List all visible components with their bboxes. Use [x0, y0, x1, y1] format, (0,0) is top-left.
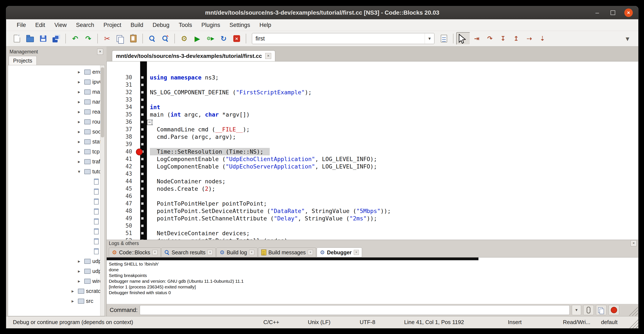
tree-item[interactable]: he [8, 206, 104, 216]
tree-item[interactable]: fir [8, 186, 104, 196]
menu-item-project[interactable]: Project [99, 19, 126, 31]
tree-item[interactable]: ▸src [8, 296, 104, 306]
log-tab-debugger[interactable]: ⚙Debugger× [317, 247, 362, 257]
code-line[interactable]: 45 nodes.Create (2); [107, 185, 638, 192]
tree-item[interactable]: fo [8, 196, 104, 206]
tree-item[interactable]: ▸rout [8, 117, 104, 127]
close-icon[interactable]: × [354, 250, 359, 255]
menu-item-plugins[interactable]: Plugins [197, 19, 225, 31]
copy-button[interactable] [114, 33, 127, 45]
menu-item-debug[interactable]: Debug [148, 19, 174, 31]
chevron-right-icon[interactable]: ▸ [78, 268, 84, 274]
chevron-right-icon[interactable]: ▸ [72, 298, 78, 304]
debugger-log[interactable]: Setting SHELL to '/bin/sh'doneSetting br… [107, 257, 638, 304]
new-file-button[interactable] [10, 33, 24, 45]
close-icon[interactable]: × [249, 250, 254, 255]
close-icon[interactable]: × [208, 250, 212, 255]
fold-marker-icon[interactable]: − [147, 120, 152, 125]
code-line[interactable]: 40 Time::SetResolution (Time::NS); [107, 148, 638, 155]
code-line[interactable]: 35main (int argc, char *argv[]) [107, 111, 638, 118]
resize-grip[interactable] [628, 318, 638, 328]
code-line[interactable]: 42 LogComponentEnable ("UdpEchoServerApp… [107, 163, 638, 170]
code-line[interactable]: 32NS_LOG_COMPONENT_DEFINE ("FirstScriptE… [107, 89, 638, 96]
chevron-right-icon[interactable]: ▸ [78, 109, 84, 114]
code-line[interactable]: 39 [107, 141, 638, 148]
code-line[interactable]: 46 [107, 192, 638, 200]
tree-item[interactable]: six [8, 236, 104, 246]
next-line-button[interactable]: ↷ [483, 33, 496, 45]
tree-item[interactable]: ▾tuto [8, 167, 104, 177]
toolbar-overflow-button[interactable]: ▾ [621, 33, 634, 45]
code-line[interactable]: 52 devices = pointToPoint.Install (nodes… [107, 237, 638, 240]
build-button[interactable]: ⚙ [178, 33, 191, 45]
code-line[interactable]: 51 NetDeviceContainer devices; [107, 229, 638, 237]
copy-log-button[interactable] [596, 305, 606, 315]
chevron-right-icon[interactable]: ▸ [78, 69, 84, 75]
paste-button[interactable] [127, 33, 140, 45]
abort-build-button[interactable]: × [230, 33, 243, 45]
menu-item-settings[interactable]: Settings [225, 19, 255, 31]
log-tab-code-blocks[interactable]: ⚙Code::Blocks× [109, 247, 161, 257]
run-button[interactable]: ▶ [191, 33, 204, 45]
title-bar[interactable]: mnt/dev/tools/source/ns-3-dev/examples/t… [6, 6, 638, 19]
code-editor[interactable]: 30using namespace ns3;3132NS_LOG_COMPONE… [106, 62, 638, 240]
find-in-files-button[interactable] [159, 33, 172, 45]
code-line[interactable]: 30using namespace ns3; [107, 74, 638, 81]
tree-item[interactable]: ▸ipv6 [8, 77, 104, 87]
step-into-button[interactable]: ↧ [496, 33, 510, 45]
redo-button[interactable]: ↷ [82, 33, 95, 45]
chevron-right-icon[interactable]: ▸ [78, 159, 84, 164]
code-line[interactable]: 48 pointToPoint.SetDeviceAttribute ("Dat… [107, 207, 638, 215]
chevron-right-icon[interactable]: ▸ [78, 99, 84, 105]
step-into-instruction-button[interactable]: ⇣ [536, 33, 549, 45]
tree-item[interactable]: ▸trafl [8, 157, 104, 167]
close-icon[interactable]: × [631, 240, 636, 246]
editor-tab[interactable]: mnt/dev/tools/source/ns-3-dev/examples/t… [112, 51, 275, 61]
code-line[interactable]: 41 LogComponentEnable ("UdpEchoClientApp… [107, 155, 638, 163]
tree-item[interactable]: ▸erro [8, 67, 104, 77]
build-target-combo[interactable]: first ▾ [252, 33, 434, 44]
chevron-down-icon[interactable]: ▾ [425, 34, 434, 44]
close-button[interactable]: × [624, 9, 633, 17]
menu-item-search[interactable]: Search [71, 19, 99, 31]
tree-item[interactable]: th [8, 246, 104, 256]
close-icon[interactable]: × [152, 250, 158, 255]
tree-item[interactable]: ▸udp- [8, 266, 104, 276]
next-instruction-button[interactable]: ⇢ [523, 33, 536, 45]
step-out-button[interactable]: ↥ [510, 33, 523, 45]
menu-item-help[interactable]: Help [255, 19, 276, 31]
compile-current-file-button[interactable] [438, 33, 450, 45]
find-button[interactable] [146, 33, 159, 45]
menu-item-view[interactable]: View [50, 19, 71, 31]
open-file-button[interactable] [24, 33, 36, 45]
panel-splitter[interactable] [105, 47, 106, 316]
tree-item[interactable]: ▸scratch [8, 286, 104, 296]
minimize-button[interactable]: – [593, 9, 602, 17]
tree-item[interactable]: ▸wire [8, 276, 104, 286]
code-line[interactable]: 38 cmd.Parse (argc, argv); [107, 133, 638, 141]
save-all-button[interactable] [50, 33, 63, 45]
chevron-right-icon[interactable]: ▸ [78, 258, 84, 264]
log-tab-build-log[interactable]: ⚙Build log× [216, 247, 257, 257]
close-icon[interactable]: × [308, 250, 313, 255]
attach-button[interactable] [583, 305, 594, 315]
menu-item-build[interactable]: Build [126, 19, 148, 31]
code-line[interactable]: 50 [107, 222, 638, 229]
code-line[interactable]: 36−{ [107, 118, 638, 126]
chevron-right-icon[interactable]: ▸ [78, 149, 84, 154]
tree-item[interactable]: ▸mat [8, 87, 104, 97]
chevron-right-icon[interactable]: ▸ [78, 278, 84, 284]
tree-item[interactable]: ▸tcp [8, 147, 104, 157]
breakpoint-icon[interactable] [136, 149, 143, 155]
log-tab-build-messages[interactable]: Build messages× [258, 247, 316, 257]
log-tab-search-results[interactable]: Search results× [161, 247, 216, 257]
tab-projects[interactable]: Projects [9, 56, 36, 65]
stop-debugger-button[interactable] [609, 305, 619, 315]
close-icon[interactable]: × [97, 49, 103, 55]
code-line[interactable]: 43 [107, 170, 638, 178]
tree-item[interactable]: ▸stat [8, 137, 104, 147]
debug-continue-button[interactable]: ▶ [456, 32, 470, 45]
chevron-right-icon[interactable]: ▸ [78, 119, 84, 124]
chevron-right-icon[interactable]: ▸ [78, 79, 84, 85]
build-and-run-button[interactable]: ⚙▶ [204, 33, 217, 45]
